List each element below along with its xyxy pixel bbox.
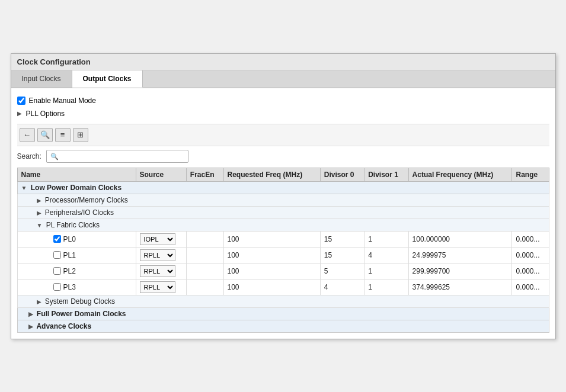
col-source: Source	[136, 168, 186, 181]
table-row: PL0 IOPL RPLL 100 15 1	[17, 231, 549, 247]
pl1-divisor1: 4	[364, 247, 408, 263]
pl0-name: PL0	[63, 235, 76, 243]
pl2-req-freq: 100	[223, 263, 320, 279]
group-label: Full Power Domain Clocks	[37, 310, 126, 318]
col-name: Name	[17, 168, 136, 181]
pl1-source-cell: IOPL RPLL	[136, 247, 186, 263]
group-arrow-icon: ▼	[21, 185, 27, 191]
search-icon: 🔍	[40, 130, 50, 139]
pl1-divisor0: 15	[320, 247, 364, 263]
pl1-req-freq: 100	[223, 247, 320, 263]
pl1-fracen	[186, 247, 223, 263]
group-advance-clocks[interactable]: ▶ Advance Clocks	[17, 320, 549, 332]
clock-table: Name Source FracEn Requested Freq (MHz) …	[17, 168, 549, 333]
pl0-source-cell: IOPL RPLL	[136, 231, 186, 247]
tab-content: Enable Manual Mode ▶ PLL Options ← 🔍 ≡ ⊞…	[11, 88, 555, 339]
pl3-source-cell: IOPL RPLL	[136, 279, 186, 295]
subgroup-arrow-icon: ▶	[37, 197, 41, 204]
pl2-actual-freq: 299.999700	[408, 263, 512, 279]
pl0-cell: PL0	[53, 235, 132, 243]
collapse-icon: ≡	[60, 130, 65, 139]
subgroup-label: System Debug Clocks	[45, 297, 115, 306]
subgroup-arrow-icon: ▼	[37, 222, 43, 229]
pl0-fracen	[186, 231, 223, 247]
subgroup-label: PL Fabric Clocks	[46, 221, 100, 229]
subgroup-system-debug[interactable]: ▶ System Debug Clocks	[17, 295, 549, 307]
subgroup-peripherals-io[interactable]: ▶ Peripherals/IO Clocks	[17, 206, 549, 219]
pll-options-row[interactable]: ▶ PLL Options	[17, 110, 549, 118]
col-fracen: FracEn	[186, 168, 223, 181]
pl3-checkbox[interactable]	[53, 283, 61, 291]
col-req-freq: Requested Freq (MHz)	[223, 168, 320, 181]
pll-options-arrow-icon: ▶	[17, 110, 22, 117]
search-label: Search:	[17, 152, 41, 160]
pl1-checkbox[interactable]	[53, 251, 61, 259]
table-header-row: Name Source FracEn Requested Freq (MHz) …	[17, 168, 549, 181]
col-divisor0: Divisor 0	[320, 168, 364, 181]
pl2-name: PL2	[63, 267, 76, 275]
toolbar: ← 🔍 ≡ ⊞	[17, 124, 549, 146]
pl0-checkbox[interactable]	[53, 235, 61, 243]
pl1-cell: PL1	[53, 251, 132, 259]
search-input[interactable]	[46, 150, 188, 163]
pl3-req-freq: 100	[223, 279, 320, 295]
table-row: PL3 IOPL RPLL 100 4 1	[17, 279, 549, 295]
tab-bar: Input Clocks Output Clocks	[11, 70, 555, 88]
pl0-divisor0: 15	[320, 231, 364, 247]
pl2-divisor1: 1	[364, 263, 408, 279]
group-label: Low Power Domain Clocks	[31, 184, 121, 192]
pl0-range: 0.000...	[512, 231, 549, 247]
subgroup-label: Processor/Memory Clocks	[45, 196, 128, 204]
pl1-actual-freq: 24.999975	[408, 247, 512, 263]
tab-input-clocks[interactable]: Input Clocks	[11, 70, 72, 88]
pl2-source-cell: IOPL RPLL	[136, 263, 186, 279]
pl2-cell: PL2	[53, 267, 132, 275]
col-divisor1: Divisor 1	[364, 168, 408, 181]
group-label: Advance Clocks	[36, 322, 91, 330]
pll-options-label: PLL Options	[26, 110, 65, 118]
back-button[interactable]: ←	[20, 128, 35, 142]
expand-button[interactable]: ⊞	[73, 128, 88, 142]
enable-manual-mode-row: Enable Manual Mode	[17, 97, 549, 105]
group-arrow-icon: ▶	[28, 323, 33, 330]
enable-manual-mode-checkbox[interactable]	[17, 97, 25, 105]
pl3-fracen	[186, 279, 223, 295]
pl0-actual-freq: 100.000000	[408, 231, 512, 247]
pl2-range: 0.000...	[512, 263, 549, 279]
pl3-cell: PL3	[53, 283, 132, 291]
subgroup-processor-memory[interactable]: ▶ Processor/Memory Clocks	[17, 194, 549, 206]
subgroup-label: Peripherals/IO Clocks	[45, 208, 114, 217]
window-title-bar: Clock Configuration	[11, 54, 555, 70]
pl2-divisor0: 5	[320, 263, 364, 279]
pl3-divisor0: 4	[320, 279, 364, 295]
enable-manual-mode-label: Enable Manual Mode	[29, 97, 96, 105]
pl3-actual-freq: 374.999625	[408, 279, 512, 295]
expand-icon: ⊞	[77, 130, 84, 139]
pl1-name: PL1	[63, 251, 76, 259]
pl0-source-select[interactable]: IOPL RPLL	[140, 233, 175, 245]
pl1-source-select[interactable]: IOPL RPLL	[140, 249, 175, 261]
pl1-range: 0.000...	[512, 247, 549, 263]
subgroup-arrow-icon: ▶	[37, 298, 41, 305]
pl2-fracen	[186, 263, 223, 279]
subgroup-pl-fabric[interactable]: ▼ PL Fabric Clocks	[17, 219, 549, 231]
pl2-checkbox[interactable]	[53, 267, 61, 275]
col-range: Range	[512, 168, 549, 181]
pl3-source-select[interactable]: IOPL RPLL	[140, 281, 175, 293]
pl0-divisor1: 1	[364, 231, 408, 247]
table-row: PL1 IOPL RPLL 100 15 4	[17, 247, 549, 263]
back-icon: ←	[23, 130, 31, 139]
tab-output-clocks[interactable]: Output Clocks	[72, 70, 143, 88]
search-button[interactable]: 🔍	[37, 128, 53, 142]
group-low-power[interactable]: ▼ Low Power Domain Clocks	[17, 181, 549, 194]
search-row: Search:	[17, 150, 549, 163]
group-full-power[interactable]: ▶ Full Power Domain Clocks	[17, 307, 549, 320]
table-row: PL2 IOPL RPLL 100 5 1	[17, 263, 549, 279]
pl0-req-freq: 100	[223, 231, 320, 247]
col-actual-freq: Actual Frequency (MHz)	[408, 168, 512, 181]
pl3-divisor1: 1	[364, 279, 408, 295]
pl2-source-select[interactable]: IOPL RPLL	[140, 265, 175, 277]
clock-config-window: Clock Configuration Input Clocks Output …	[11, 53, 556, 339]
pl3-range: 0.000...	[512, 279, 549, 295]
collapse-button[interactable]: ≡	[55, 128, 71, 142]
